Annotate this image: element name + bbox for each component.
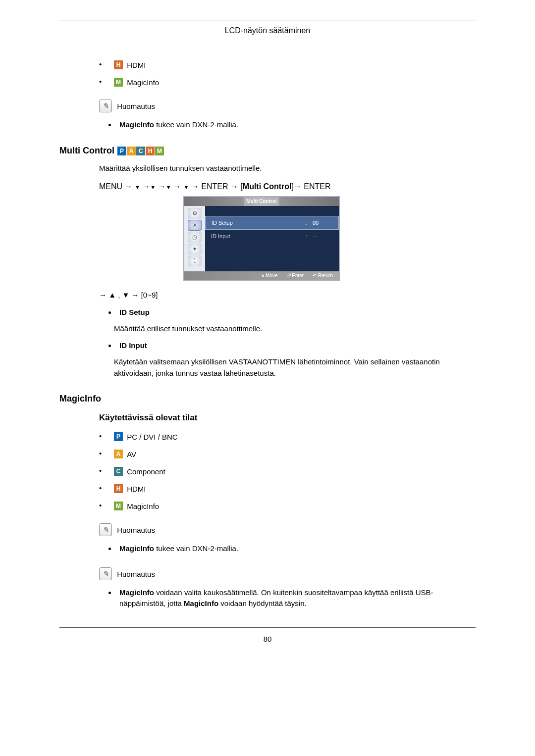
note-list-2: MagicInfo tukee vain DXN-2-mallia. [116, 543, 476, 554]
osd-multi-control: Multi Control ⚙ ☀ ◷ ✦ ⤵ ID Setup : 00 ID… [183, 196, 340, 281]
note-block-2: ✎ Huomautus [99, 523, 476, 536]
h-icon: H [146, 147, 155, 155]
m-icon: M [155, 147, 164, 155]
p-icon: P [114, 432, 123, 441]
mode-label: MagicInfo [127, 78, 159, 87]
osd-title: Multi Control [246, 199, 277, 204]
note-list-3: MagicInfo voidaan valita kaukosäätimellä… [116, 587, 476, 609]
mode-label: HDMI [127, 61, 146, 69]
mode-label: HDMI [127, 485, 146, 493]
subitem-id-setup: ID Setup [116, 308, 476, 316]
multi-control-heading: Multi Control PACHM [59, 146, 476, 156]
osd-titlebar: Multi Control [184, 197, 339, 206]
note-label: Huomautus [117, 569, 155, 578]
note-list-1: MagicInfo tukee vain DXN-2-mallia. [116, 119, 476, 131]
note-icon: ✎ [99, 567, 112, 580]
osd-sidebar: ⚙ ☀ ◷ ✦ ⤵ [184, 206, 205, 271]
top-mode-list: H HDMI M MagicInfo [99, 60, 476, 87]
mode-label: PC / DVI / BNC [127, 433, 178, 441]
id-input-desc: Käytetään valitsemaan yksilöllisen VASTA… [114, 356, 476, 379]
osd-row-value: 00 [313, 220, 332, 226]
mode-label: AV [127, 450, 136, 458]
p-icon: P [117, 147, 126, 155]
note-label: Huomautus [117, 102, 155, 110]
a-icon: A [114, 450, 123, 458]
mode-item-pc: P PC / DVI / BNC [99, 432, 476, 441]
page-number: 80 [0, 635, 535, 643]
note-icon: ✎ [99, 100, 112, 112]
mode-item-av: A AV [99, 449, 476, 458]
mode-label: Component [127, 467, 165, 476]
osd-side-icon: ☀ [188, 220, 202, 231]
menu-path: MENU → → → → → ENTER → [Multi Control]→ … [99, 182, 476, 191]
osd-row-sep: : [304, 220, 309, 226]
mode-item-hdmi: H HDMI [99, 484, 476, 493]
page-header: LCD-näytön säätäminen [59, 26, 476, 40]
osd-side-icon: ✦ [188, 244, 202, 254]
m-icon: M [114, 502, 123, 510]
note-item: MagicInfo tukee vain DXN-2-mallia. [116, 543, 476, 554]
h-icon: H [114, 484, 123, 493]
mode-item-hdmi: H HDMI [99, 60, 476, 69]
m-icon: M [114, 78, 123, 87]
osd-footer-move: ♦ Move [262, 273, 277, 278]
a-icon: A [127, 147, 136, 155]
osd-main: ID Setup : 00 ID Input : -- [205, 206, 339, 271]
h-icon: H [114, 60, 123, 69]
note-icon: ✎ [99, 523, 112, 536]
osd-row-value: -- [313, 233, 333, 239]
note-item: MagicInfo voidaan valita kaukosäätimellä… [116, 587, 476, 609]
note-block-1: ✎ Huomautus [99, 100, 476, 112]
osd-side-icon: ⤵ [188, 255, 202, 266]
osd-side-icon: ⚙ [188, 208, 202, 219]
multi-control-description: Määrittää yksilöllisen tunnuksen vastaan… [99, 163, 476, 173]
available-modes-heading: Käytettävissä olevat tilat [99, 413, 476, 423]
mode-item-component: C Component [99, 466, 476, 476]
osd-row-id-setup: ID Setup : 00 [205, 216, 339, 230]
osd-footer-return: ↶ Return [313, 273, 333, 278]
mode-label: MagicInfo [127, 502, 159, 510]
osd-footer-enter: ⏎ Enter [287, 273, 304, 278]
note-block-3: ✎ Huomautus [99, 567, 476, 580]
osd-side-icon: ◷ [188, 232, 202, 243]
id-setup-desc: Määrittää erilliset tunnukset vastaanott… [114, 323, 476, 335]
subitem-id-input: ID Input [116, 341, 476, 350]
note-item: MagicInfo tukee vain DXN-2-mallia. [116, 119, 476, 131]
osd-row-label: ID Input [211, 233, 300, 239]
mode-list: P PC / DVI / BNC A AV C Component H HDMI… [99, 432, 476, 510]
mode-item-magicinfo: M MagicInfo [99, 501, 476, 510]
c-icon: C [136, 147, 145, 155]
c-icon: C [114, 467, 123, 476]
mode-item-magicinfo: M MagicInfo [99, 77, 476, 87]
range-line: → ▲ , ▼ → [0~9] [99, 291, 476, 299]
osd-row-label: ID Setup [212, 220, 300, 226]
note-label: Huomautus [117, 526, 155, 534]
osd-row-id-input: ID Input : -- [205, 230, 339, 243]
osd-row-sep: : [304, 233, 309, 239]
osd-footer: ♦ Move ⏎ Enter ↶ Return [184, 271, 339, 280]
magicinfo-heading: MagicInfo [59, 394, 476, 404]
